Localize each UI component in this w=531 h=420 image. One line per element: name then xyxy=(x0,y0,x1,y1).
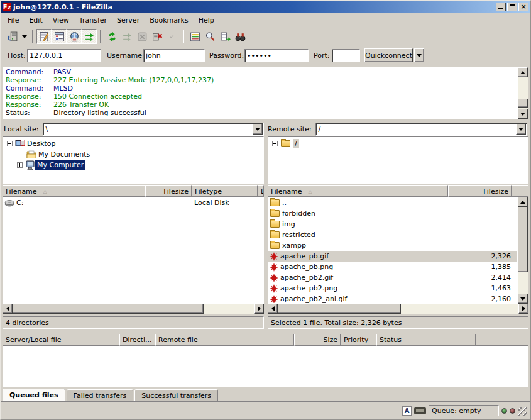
refresh-button[interactable] xyxy=(104,29,119,44)
file-row[interactable]: restricted xyxy=(268,229,517,240)
column-last-modified[interactable]: L xyxy=(258,185,264,197)
column-server-local-file[interactable]: Server/Local file xyxy=(3,334,119,346)
column-filesize[interactable]: Filesize xyxy=(448,185,512,197)
menu-file[interactable]: File xyxy=(3,15,24,26)
password-input[interactable] xyxy=(244,49,309,62)
scrollbar-thumb[interactable] xyxy=(13,304,204,314)
scroll-down-button[interactable] xyxy=(518,294,528,304)
file-row-selected[interactable]: apache_pb.gif2,326 xyxy=(268,251,517,262)
toggle-remote-tree-button[interactable] xyxy=(67,29,82,44)
column-filesize[interactable]: Filesize xyxy=(145,185,192,197)
column-label: Size xyxy=(323,336,337,344)
scroll-up-button[interactable] xyxy=(518,67,528,77)
cancel-operation-button[interactable] xyxy=(134,29,150,44)
file-row[interactable]: forbidden xyxy=(268,208,517,219)
file-row[interactable]: apache_pb2.gif2,414 xyxy=(268,272,517,283)
process-queue-button[interactable] xyxy=(119,29,134,44)
column-size[interactable]: Size xyxy=(294,334,341,346)
column-status[interactable]: Status xyxy=(376,334,476,346)
remote-site-dropdown-button[interactable] xyxy=(516,124,526,135)
column-priority[interactable]: Priority xyxy=(341,334,376,346)
tree-item-label[interactable]: Desktop xyxy=(25,139,57,148)
tree-item-label[interactable]: My Computer xyxy=(35,160,85,170)
scroll-up-button[interactable] xyxy=(518,197,528,207)
file-row-c-drive[interactable]: C: Local Disk xyxy=(3,197,263,208)
collapse-icon[interactable] xyxy=(7,141,13,146)
remote-list-vscrollbar[interactable] xyxy=(518,197,528,304)
speed-limit-indicator-icon[interactable] xyxy=(414,407,426,414)
filezilla-window: Fz john@127.0.0.1 - FileZilla × File Edi… xyxy=(0,0,531,420)
menu-transfer[interactable]: Transfer xyxy=(74,15,112,26)
column-direction[interactable]: Directi... xyxy=(119,334,155,346)
tab-successful-transfers[interactable]: Successful transfers xyxy=(134,389,218,402)
expand-icon[interactable] xyxy=(272,141,278,146)
tree-item-label[interactable]: My Documents xyxy=(36,150,92,159)
log-scrollbar[interactable] xyxy=(518,67,528,119)
resize-grip[interactable] xyxy=(518,407,527,416)
tree-item-label[interactable]: / xyxy=(293,139,299,148)
reconnect-button[interactable]: ✓ xyxy=(165,29,180,44)
site-manager-dropdown-button[interactable] xyxy=(20,29,29,44)
local-site-combo[interactable]: \ xyxy=(43,123,264,136)
toggle-local-tree-button[interactable] xyxy=(52,29,67,44)
menu-bar: File Edit View Transfer Server Bookmarks… xyxy=(1,14,530,26)
tree-item-desktop[interactable]: Desktop xyxy=(3,138,263,149)
column-filename[interactable]: Filename△ xyxy=(3,185,145,197)
port-input[interactable] xyxy=(332,49,360,62)
minimize-button[interactable] xyxy=(496,3,506,11)
scrollbar-thumb[interactable] xyxy=(278,304,401,314)
arrow-down-icon xyxy=(520,113,525,116)
tab-queued-files[interactable]: Queued files xyxy=(3,389,65,402)
local-site-dropdown-button[interactable] xyxy=(253,124,263,135)
menu-help[interactable]: Help xyxy=(194,15,219,26)
file-name: C: xyxy=(16,199,23,207)
close-button[interactable]: × xyxy=(518,3,528,11)
expand-icon[interactable] xyxy=(17,162,23,168)
scroll-left-button[interactable] xyxy=(268,304,278,314)
quickconnect-button[interactable]: Quickconnect xyxy=(364,48,413,62)
menu-view[interactable]: View xyxy=(48,15,74,26)
remote-list-hscrollbar[interactable] xyxy=(268,304,528,314)
find-files-button[interactable] xyxy=(233,29,248,44)
menu-bookmarks[interactable]: Bookmarks xyxy=(145,15,193,26)
data-type-indicator-icon[interactable]: A xyxy=(402,406,412,416)
directory-comparison-button[interactable] xyxy=(187,29,202,44)
scroll-down-button[interactable] xyxy=(518,109,528,119)
file-row[interactable]: apache_pb2_ani.gif2,160 xyxy=(268,294,517,304)
tab-failed-transfers[interactable]: Failed transfers xyxy=(67,389,134,402)
close-icon: × xyxy=(520,3,526,11)
maximize-button[interactable] xyxy=(507,3,517,11)
quickconnect-dropdown-button[interactable] xyxy=(414,48,424,62)
host-input[interactable] xyxy=(27,49,101,62)
disconnect-button[interactable] xyxy=(150,29,165,44)
remote-site-combo[interactable]: / xyxy=(315,123,527,136)
queue-list[interactable] xyxy=(3,346,528,387)
site-manager-button[interactable] xyxy=(5,29,20,44)
file-row[interactable]: apache_pb2.png1,463 xyxy=(268,283,517,294)
scroll-right-button[interactable] xyxy=(518,304,528,314)
scroll-right-button[interactable] xyxy=(254,304,264,314)
synchronized-browsing-button[interactable] xyxy=(202,29,217,44)
file-row[interactable]: xampp xyxy=(268,240,517,251)
menu-server[interactable]: Server xyxy=(112,15,145,26)
scrollbar-thumb[interactable] xyxy=(518,99,528,108)
username-input[interactable] xyxy=(143,49,205,62)
toggle-queue-button[interactable] xyxy=(82,29,97,44)
filter-button[interactable] xyxy=(217,29,233,44)
column-filetype[interactable]: Filetype xyxy=(192,185,258,197)
scrollbar-thumb[interactable] xyxy=(518,207,528,272)
toggle-message-log-button[interactable] xyxy=(36,29,52,44)
file-row[interactable]: apache_pb.png1,385 xyxy=(268,262,517,272)
file-row[interactable]: .. xyxy=(268,197,517,208)
message-log[interactable]: Command:PASV Response:227 Entering Passi… xyxy=(3,67,528,119)
file-row[interactable]: img xyxy=(268,219,517,229)
title-bar[interactable]: Fz john@127.0.0.1 - FileZilla × xyxy=(1,1,530,13)
tree-item-root[interactable]: / xyxy=(268,138,528,149)
tree-item-my-documents[interactable]: My Documents xyxy=(3,149,263,160)
menu-edit[interactable]: Edit xyxy=(24,15,47,26)
local-list-hscrollbar[interactable] xyxy=(3,304,264,314)
column-filename[interactable]: Filename△ xyxy=(268,185,448,197)
tree-item-my-computer[interactable]: My Computer xyxy=(3,160,263,170)
column-remote-file[interactable]: Remote file xyxy=(155,334,294,346)
scroll-left-button[interactable] xyxy=(3,304,13,314)
